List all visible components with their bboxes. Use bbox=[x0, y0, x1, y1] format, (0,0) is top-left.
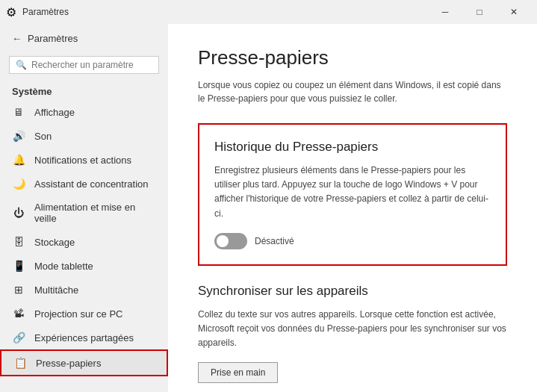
sidebar-item-projection[interactable]: 📽 Projection sur ce PC bbox=[0, 302, 168, 326]
experiences-icon: 🔗 bbox=[12, 332, 25, 343]
toggle-label: Désactivé bbox=[255, 236, 294, 246]
sidebar-section-title: Système bbox=[0, 80, 168, 100]
sidebar-label-projection: Projection sur ce PC bbox=[34, 308, 123, 320]
search-box[interactable]: 🔍 bbox=[9, 56, 159, 74]
title-bar-title: Paramètres bbox=[22, 7, 69, 17]
notifications-icon: 🔔 bbox=[12, 154, 25, 166]
sidebar: ← Paramètres 🔍 Système 🖥 Affichage 🔊 Son… bbox=[0, 24, 168, 392]
page-title: Presse-papiers bbox=[198, 46, 507, 69]
sidebar-label-son: Son bbox=[34, 131, 52, 142]
historique-section: Historique du Presse-papiers Enregistrez… bbox=[198, 123, 507, 266]
stockage-icon: 🗄 bbox=[12, 236, 25, 248]
maximize-button[interactable]: □ bbox=[462, 0, 497, 24]
app-container: ← Paramètres 🔍 Système 🖥 Affichage 🔊 Son… bbox=[0, 24, 537, 392]
sidebar-item-tablette[interactable]: 📱 Mode tablette bbox=[0, 254, 168, 278]
toggle-row: Désactivé bbox=[214, 233, 491, 249]
sidebar-item-multitache[interactable]: ⊞ Multitâche bbox=[0, 278, 168, 302]
tablette-icon: 📱 bbox=[12, 260, 25, 272]
sidebar-item-affichage[interactable]: 🖥 Affichage bbox=[0, 100, 168, 124]
close-button[interactable]: ✕ bbox=[497, 0, 531, 24]
sidebar-label-assistant: Assistant de concentration bbox=[34, 178, 148, 190]
sidebar-label-notifications: Notifications et actions bbox=[34, 155, 131, 166]
settings-icon: ⚙ bbox=[6, 5, 16, 19]
historique-desc: Enregistrez plusieurs éléments dans le P… bbox=[214, 164, 491, 221]
sidebar-item-pressepapiers[interactable]: 📋 Presse-papiers bbox=[0, 349, 168, 376]
minimize-button[interactable]: ─ bbox=[428, 0, 462, 24]
title-bar: ⚙ Paramètres ─ □ ✕ bbox=[0, 0, 537, 24]
alimentation-icon: ⏻ bbox=[12, 207, 25, 219]
page-subtitle: Lorsque vous copiez ou coupez un élément… bbox=[198, 78, 507, 105]
sidebar-item-assistant[interactable]: 🌙 Assistant de concentration bbox=[0, 172, 168, 196]
projection-icon: 📽 bbox=[12, 308, 25, 320]
synchroniser-desc: Collez du texte sur vos autres appareils… bbox=[198, 308, 507, 351]
sidebar-label-alimentation: Alimentation et mise en veille bbox=[34, 202, 156, 224]
sidebar-label-stockage: Stockage bbox=[34, 237, 75, 248]
synchroniser-title: Synchroniser sur les appareils bbox=[198, 284, 507, 299]
multitache-icon: ⊞ bbox=[12, 284, 25, 296]
back-label: Paramètres bbox=[28, 33, 78, 44]
synchroniser-section: Synchroniser sur les appareils Collez du… bbox=[198, 284, 507, 384]
toggle-knob bbox=[217, 235, 229, 247]
sidebar-label-pressepapiers: Presse-papiers bbox=[36, 358, 101, 369]
back-button[interactable]: ← Paramètres bbox=[0, 24, 168, 53]
main-content: Presse-papiers Lorsque vous copiez ou co… bbox=[168, 24, 537, 392]
son-icon: 🔊 bbox=[12, 130, 25, 142]
search-icon: 🔍 bbox=[16, 60, 27, 70]
sidebar-label-multitache: Multitâche bbox=[34, 284, 78, 296]
historique-toggle[interactable] bbox=[214, 233, 247, 249]
sidebar-item-son[interactable]: 🔊 Son bbox=[0, 124, 168, 148]
sidebar-item-alimentation[interactable]: ⏻ Alimentation et mise en veille bbox=[0, 196, 168, 230]
sidebar-item-notifications[interactable]: 🔔 Notifications et actions bbox=[0, 148, 168, 172]
prise-en-main-button[interactable]: Prise en main bbox=[198, 362, 278, 383]
title-bar-controls: ─ □ ✕ bbox=[428, 0, 531, 24]
back-icon: ← bbox=[12, 33, 22, 44]
historique-title: Historique du Presse-papiers bbox=[214, 140, 491, 155]
search-input[interactable] bbox=[31, 60, 152, 70]
sidebar-label-experiences: Expériences partagées bbox=[34, 332, 134, 343]
pressepapiers-icon: 📋 bbox=[13, 357, 27, 369]
sidebar-item-stockage[interactable]: 🗄 Stockage bbox=[0, 230, 168, 254]
affichage-icon: 🖥 bbox=[12, 106, 25, 118]
sidebar-item-experiences[interactable]: 🔗 Expériences partagées bbox=[0, 326, 168, 349]
sidebar-label-tablette: Mode tablette bbox=[34, 261, 93, 272]
assistant-icon: 🌙 bbox=[12, 178, 25, 190]
title-bar-left: ⚙ Paramètres bbox=[6, 5, 69, 19]
sidebar-label-affichage: Affichage bbox=[34, 107, 75, 118]
